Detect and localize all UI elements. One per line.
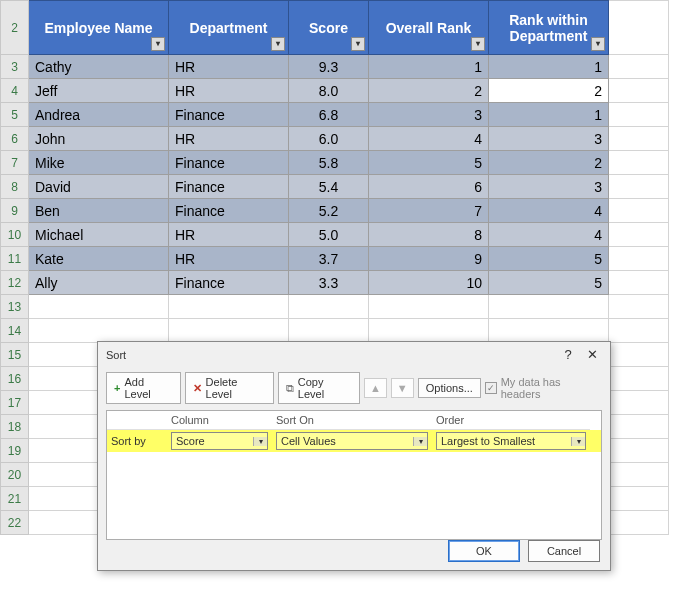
cell[interactable] — [169, 295, 289, 319]
cell[interactable]: Ben — [29, 199, 169, 223]
sort-level-row[interactable]: Sort by Score▾ Cell Values▾ Largest to S… — [107, 430, 601, 452]
cell[interactable] — [369, 295, 489, 319]
order-combo[interactable]: Largest to Smallest▾ — [436, 432, 586, 450]
cell[interactable]: HR — [169, 223, 289, 247]
cell[interactable]: Michael — [29, 223, 169, 247]
cell[interactable]: 5.2 — [289, 199, 369, 223]
cell[interactable]: 5.4 — [289, 175, 369, 199]
cell[interactable] — [609, 391, 669, 415]
column-header-cell[interactable]: Score▾ — [289, 1, 369, 55]
cell[interactable]: 1 — [369, 55, 489, 79]
cell[interactable] — [609, 271, 669, 295]
cell[interactable]: 5 — [489, 271, 609, 295]
cell[interactable]: 6.8 — [289, 103, 369, 127]
cell[interactable]: 9.3 — [289, 55, 369, 79]
cell[interactable] — [609, 247, 669, 271]
row-header[interactable]: 2 — [1, 1, 29, 55]
delete-level-button[interactable]: ✕Delete Level — [185, 372, 274, 404]
row-header[interactable]: 18 — [1, 415, 29, 439]
row-header[interactable]: 22 — [1, 511, 29, 535]
cell[interactable] — [609, 319, 669, 343]
cell[interactable]: 5.0 — [289, 223, 369, 247]
cell[interactable]: Mike — [29, 151, 169, 175]
options-button[interactable]: Options... — [418, 378, 481, 398]
cell[interactable] — [609, 487, 669, 511]
cell[interactable] — [29, 319, 169, 343]
copy-level-button[interactable]: ⧉Copy Level — [278, 372, 360, 404]
cell[interactable] — [609, 1, 669, 55]
cell[interactable] — [609, 127, 669, 151]
cell[interactable] — [289, 319, 369, 343]
cell[interactable]: Jeff — [29, 79, 169, 103]
cell[interactable] — [609, 79, 669, 103]
row-header[interactable]: 15 — [1, 343, 29, 367]
cell[interactable] — [609, 511, 669, 535]
cell[interactable] — [609, 151, 669, 175]
dialog-titlebar[interactable]: Sort ? ✕ — [98, 342, 610, 368]
cell[interactable]: Finance — [169, 175, 289, 199]
cell[interactable] — [609, 223, 669, 247]
cell[interactable]: 1 — [489, 55, 609, 79]
cell[interactable]: 9 — [369, 247, 489, 271]
row-header[interactable]: 4 — [1, 79, 29, 103]
cell[interactable]: 8.0 — [289, 79, 369, 103]
cell[interactable] — [609, 175, 669, 199]
cell[interactable]: Finance — [169, 271, 289, 295]
cell[interactable]: 1 — [489, 103, 609, 127]
cell[interactable]: HR — [169, 55, 289, 79]
cell[interactable]: 5 — [369, 151, 489, 175]
row-header[interactable]: 3 — [1, 55, 29, 79]
row-header[interactable]: 21 — [1, 487, 29, 511]
cell[interactable]: 2 — [489, 79, 609, 103]
column-header-cell[interactable]: Department▾ — [169, 1, 289, 55]
cell[interactable]: Kate — [29, 247, 169, 271]
row-header[interactable]: 12 — [1, 271, 29, 295]
column-header-cell[interactable]: Employee Name▾ — [29, 1, 169, 55]
cell[interactable]: HR — [169, 247, 289, 271]
cell[interactable]: 2 — [489, 151, 609, 175]
cell[interactable]: Andrea — [29, 103, 169, 127]
cell[interactable]: 4 — [369, 127, 489, 151]
cell[interactable]: 3.3 — [289, 271, 369, 295]
cell[interactable] — [29, 295, 169, 319]
cell[interactable] — [609, 367, 669, 391]
cell[interactable]: Finance — [169, 199, 289, 223]
cell[interactable] — [609, 415, 669, 439]
cell[interactable]: 6 — [369, 175, 489, 199]
cell[interactable]: 10 — [369, 271, 489, 295]
cell[interactable] — [289, 295, 369, 319]
cell[interactable] — [609, 199, 669, 223]
cell[interactable]: 3 — [369, 103, 489, 127]
row-header[interactable]: 7 — [1, 151, 29, 175]
row-header[interactable]: 8 — [1, 175, 29, 199]
headers-checkbox-wrap[interactable]: ✓ My data has headers — [485, 376, 602, 400]
help-icon[interactable]: ? — [558, 345, 578, 365]
cell[interactable] — [609, 103, 669, 127]
column-header-cell[interactable]: Rank within Department▾ — [489, 1, 609, 55]
cell[interactable]: 3 — [489, 127, 609, 151]
row-header[interactable]: 16 — [1, 367, 29, 391]
cell[interactable]: Finance — [169, 151, 289, 175]
cell[interactable]: 5.8 — [289, 151, 369, 175]
cell[interactable]: Ally — [29, 271, 169, 295]
row-header[interactable]: 20 — [1, 463, 29, 487]
cell[interactable] — [609, 463, 669, 487]
cell[interactable]: 4 — [489, 223, 609, 247]
cell[interactable]: 8 — [369, 223, 489, 247]
cell[interactable]: 5 — [489, 247, 609, 271]
row-header[interactable]: 14 — [1, 319, 29, 343]
row-header[interactable]: 10 — [1, 223, 29, 247]
row-header[interactable]: 6 — [1, 127, 29, 151]
cell[interactable] — [609, 55, 669, 79]
cell[interactable]: Finance — [169, 103, 289, 127]
cell[interactable]: 2 — [369, 79, 489, 103]
cell[interactable]: HR — [169, 79, 289, 103]
cell[interactable] — [369, 319, 489, 343]
cell[interactable]: 4 — [489, 199, 609, 223]
cell[interactable]: 3 — [489, 175, 609, 199]
row-header[interactable]: 19 — [1, 439, 29, 463]
filter-dropdown-icon[interactable]: ▾ — [351, 37, 365, 51]
cell[interactable] — [489, 295, 609, 319]
add-level-button[interactable]: +Add Level — [106, 372, 181, 404]
cell[interactable]: John — [29, 127, 169, 151]
